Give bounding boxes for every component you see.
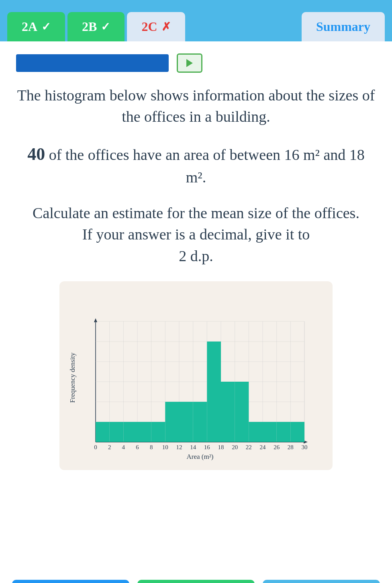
tick-0: 0	[94, 444, 97, 450]
tick-18: 18	[218, 444, 224, 450]
bar-14-16	[193, 402, 207, 442]
bar-18-20	[221, 382, 235, 442]
summary-label: Summary	[316, 19, 370, 34]
back-button[interactable]: ◀ Back	[12, 580, 129, 583]
tick-6: 6	[136, 444, 139, 450]
tick-14: 14	[190, 444, 196, 450]
tab-2b-check: ✓	[101, 20, 110, 33]
bar-0-2	[96, 422, 110, 442]
tick-22: 22	[246, 444, 252, 450]
bar-24-26	[263, 422, 277, 442]
x-axis-label: Area (m²)	[187, 453, 214, 460]
bar-16-18	[207, 342, 221, 442]
bar-8-10	[151, 422, 165, 442]
video-icon[interactable]	[177, 53, 202, 73]
bottom-buttons: ◀ Back Answer Next ▶	[0, 572, 392, 583]
question-intro: The histogram below shows information ab…	[16, 85, 376, 127]
tab-2b-label: 2B	[82, 19, 97, 34]
bar-4-6	[123, 422, 137, 442]
next-button[interactable]: Next ▶	[263, 580, 380, 583]
tick-10: 10	[162, 444, 168, 450]
tick-20: 20	[232, 444, 238, 450]
question-instruction: Calculate an estimate for the mean size …	[16, 203, 376, 267]
tick-26: 26	[274, 444, 280, 450]
bar-10-12	[165, 402, 179, 442]
tick-30: 30	[302, 444, 308, 450]
blue-progress-bar	[16, 54, 169, 72]
tick-12: 12	[176, 444, 182, 450]
subtitle-bar	[16, 53, 376, 73]
histogram-svg: Frequency density	[67, 293, 316, 462]
tick-4: 4	[122, 444, 125, 450]
answer-button[interactable]: Answer	[137, 580, 255, 583]
tick-24: 24	[260, 444, 266, 450]
question-fact: 40 of the offices have an area of betwee…	[16, 142, 376, 188]
tab-summary[interactable]: Summary	[302, 12, 385, 41]
tick-2: 2	[108, 444, 111, 450]
content-area: The histogram below shows information ab…	[0, 41, 392, 572]
histogram-container: Frequency density	[59, 281, 333, 470]
tick-16: 16	[204, 444, 210, 450]
tab-2a[interactable]: 2A ✓	[7, 12, 65, 41]
bar-6-8	[137, 422, 151, 442]
tabs-row: 2A ✓ 2B ✓ 2C ✗ Summary	[0, 5, 392, 41]
tab-2c[interactable]: 2C ✗	[127, 12, 185, 41]
y-axis-label: Frequency density	[69, 352, 76, 403]
top-bar	[0, 0, 392, 5]
tab-2a-label: 2A	[22, 19, 37, 34]
bar-22-24	[249, 422, 263, 442]
tick-8: 8	[150, 444, 153, 450]
bar-12-14	[179, 402, 193, 442]
tick-28: 28	[288, 444, 294, 450]
tab-2c-check: ✗	[161, 20, 171, 33]
bar-26-28	[277, 422, 291, 442]
tab-2b[interactable]: 2B ✓	[67, 12, 125, 41]
bar-20-22	[235, 382, 249, 442]
tab-2a-check: ✓	[41, 20, 51, 33]
bar-28-30	[290, 422, 304, 442]
tab-2c-label: 2C	[141, 19, 157, 34]
bar-2-4	[110, 422, 124, 442]
